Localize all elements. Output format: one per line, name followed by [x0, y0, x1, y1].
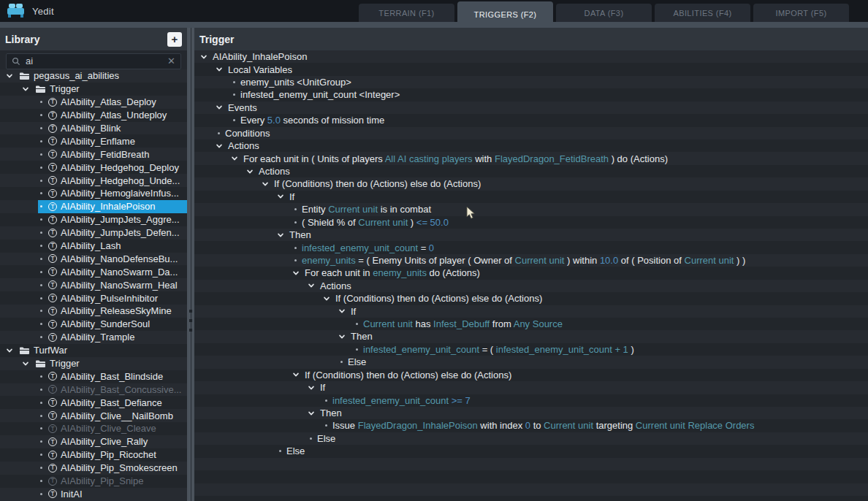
chevron-down-icon[interactable] [216, 66, 225, 73]
library-tree-row[interactable]: TAIAbility_JumpJets_Defen... [0, 226, 187, 240]
chevron-down-icon[interactable] [6, 72, 15, 80]
chevron-down-icon[interactable] [246, 168, 256, 175]
bullet-icon [216, 132, 222, 134]
library-tree-row[interactable]: TAIAbility_Pip_Ricochet [0, 448, 187, 462]
trigger-tree-row[interactable]: enemy_units = ( Enemy Units of player ( … [194, 254, 868, 267]
trigger-tree-row[interactable]: If [194, 381, 868, 394]
trigger-tree-row[interactable]: Then [194, 407, 868, 419]
trigger-tree-row[interactable]: Then [194, 229, 868, 241]
trigger-tree-row[interactable]: Entity Current unit is in combat [194, 203, 868, 215]
chevron-down-icon[interactable] [308, 282, 317, 289]
library-tree-row[interactable]: TAIAbility_Atlas_Undeploy [0, 109, 187, 122]
trigger-tree-row[interactable]: infested_enemy_unit_count = 0 [194, 241, 868, 253]
chevron-down-icon[interactable] [216, 104, 225, 111]
library-tree-row[interactable]: TAIAbility_FetidBreath [0, 148, 187, 161]
tab-data[interactable]: DATA (F3) [556, 4, 652, 22]
trigger-tree-row[interactable]: Conditions [194, 127, 868, 139]
add-library-button[interactable]: + [167, 32, 182, 47]
library-tree-row[interactable]: TAIAbility_NanoSwarm_Heal [0, 278, 187, 291]
library-tree-row[interactable]: TAIAbility_Clive__NailBomb [0, 409, 187, 422]
library-tree-row[interactable]: TAIAbility_Lash [0, 240, 187, 253]
library-tree-row[interactable]: TAIAbility_Blink [0, 122, 187, 135]
chevron-down-icon[interactable] [292, 269, 302, 277]
chevron-down-icon[interactable] [262, 180, 271, 188]
trigger-tree-row[interactable]: Then [194, 330, 868, 343]
trigger-tree-row[interactable]: For each unit in enemy_units do (Actions… [194, 267, 868, 279]
bullet-icon [308, 437, 314, 440]
trigger-tree-row[interactable]: Else [194, 445, 868, 457]
trigger-tree-row[interactable]: If (Conditions) then do (Actions) else d… [194, 292, 868, 305]
tab-terrain[interactable]: TERRAIN (F1) [359, 4, 454, 22]
chevron-down-icon[interactable] [200, 53, 210, 61]
trigger-tree-row[interactable]: Current unit has Infest_Debuff from Any … [194, 318, 868, 330]
library-tree-row[interactable]: pegasus_ai_abilities [0, 69, 187, 83]
library-tree-row[interactable]: TAIAbility_PulseInhibitor [0, 291, 187, 305]
clear-search-icon[interactable]: ✕ [167, 56, 175, 66]
trigger-tree-row[interactable]: infested_enemy_unit_count = ( infested_e… [194, 343, 868, 356]
library-tree-row[interactable]: TAIAbility_Hedgehog_Unde... [0, 174, 187, 187]
tab-import[interactable]: IMPORT (F5) [753, 4, 849, 22]
chevron-down-icon[interactable] [277, 232, 286, 239]
tab-triggers[interactable]: TRIGGERS (F2) [457, 1, 553, 28]
trigger-tree-row[interactable]: enemy_units <UnitGroup> [194, 76, 868, 88]
indent-spacer [6, 363, 22, 364]
chevron-down-icon[interactable] [338, 307, 348, 315]
library-tree-row[interactable]: TAIAbility_Enflame [0, 134, 187, 148]
trigger-tree-row[interactable]: Events [194, 102, 868, 114]
tab-abilities[interactable]: ABILITIES (F4) [655, 4, 750, 22]
chevron-down-icon[interactable] [6, 347, 15, 354]
library-tree-row[interactable]: TAIAbility_NanoSwarm_Da... [0, 265, 187, 278]
library-tree-row[interactable]: TAIAbility_Clive_Cleave [0, 422, 187, 435]
chevron-down-icon[interactable] [292, 371, 302, 378]
chevron-down-icon[interactable] [308, 384, 317, 391]
chevron-down-icon[interactable] [323, 295, 332, 302]
library-tree-row[interactable]: TAIAbility_NanoDefenseBu... [0, 252, 187, 265]
library-tree-row[interactable]: TAIAbility_Hedgehog_Deploy [0, 161, 187, 174]
library-tree-row[interactable]: TInitAI [0, 488, 187, 501]
library-tree-row[interactable]: Trigger [0, 83, 187, 96]
library-tree-row[interactable]: TAIAbility_Bast_Concussive... [0, 383, 187, 396]
chevron-down-icon[interactable] [277, 193, 286, 200]
trigger-tree-row[interactable]: For each unit in ( Units of players All … [194, 152, 868, 164]
trigger-tree-row[interactable]: Else [194, 356, 868, 368]
trigger-tree-row[interactable]: infested_enemy_unit_count >= 7 [194, 394, 868, 406]
trigger-tree-row[interactable]: Issue FlayedDragon_InhalePoison with ind… [194, 419, 868, 432]
library-tree-row[interactable]: TAIAbility_Trample [0, 331, 187, 344]
chevron-down-icon[interactable] [22, 360, 31, 367]
panel-splitter[interactable] [187, 28, 194, 501]
trigger-tree-row[interactable]: If (Conditions) then do (Actions) else d… [194, 177, 868, 190]
trigger-tree-row[interactable]: Actions [194, 280, 868, 292]
folder-icon [35, 359, 46, 368]
trigger-tree-row[interactable]: Else [194, 432, 868, 445]
library-tree-row[interactable]: TAIAbility_Clive_Rally [0, 435, 187, 448]
library-tree-row[interactable]: TAIAbility_Bast_Defiance [0, 396, 187, 409]
library-tree-row[interactable]: Trigger [0, 357, 187, 370]
trigger-tree-row[interactable]: ( Shield % of Current unit ) <= 50.0 [194, 215, 868, 228]
library-tree-row[interactable]: TurfWar [0, 344, 187, 357]
trigger-tree-row[interactable]: infested_enemy_unit_count <Integer> [194, 88, 868, 101]
trigger-tree-row[interactable]: If [194, 191, 868, 203]
library-tree-row[interactable]: TAIAbility_Bast_Blindside [0, 370, 187, 383]
library-tree-row[interactable]: TAIAbility_Atlas_Deploy [0, 96, 187, 109]
library-tree-row[interactable]: TAIAbility_InhalePoison [0, 200, 187, 213]
trigger-tree-row[interactable]: If (Conditions) then do (Actions) else d… [194, 369, 868, 381]
library-tree-row[interactable]: TAIAbility_Pip_Smokescreen [0, 462, 187, 475]
library-tree-row[interactable]: TAIAbility_JumpJets_Aggre... [0, 213, 187, 226]
library-tree-row[interactable]: TAIAbility_ReleaseSkyMine [0, 305, 187, 318]
chevron-down-icon[interactable] [216, 142, 225, 150]
trigger-tree-row[interactable]: AIAbility_InhalePoison [194, 50, 868, 63]
trigger-tree-row[interactable]: Actions [194, 165, 868, 177]
library-tree-row[interactable]: TAIAbility_HemoglaiveInfus... [0, 187, 187, 200]
trigger-tree-row[interactable]: Actions [194, 139, 868, 152]
library-search-input[interactable] [26, 56, 162, 66]
trigger-tree-row[interactable]: If [194, 305, 868, 317]
trigger-tree-row[interactable]: Every 5.0 seconds of mission time [194, 114, 868, 126]
chevron-down-icon[interactable] [308, 410, 317, 417]
chevron-down-icon[interactable] [338, 333, 348, 340]
trigger-tree-row[interactable]: Local Variables [194, 63, 868, 75]
library-tree-row[interactable]: TAIAbility_Pip_Snipe [0, 475, 187, 488]
library-search-box[interactable]: ✕ [6, 53, 181, 69]
chevron-down-icon[interactable] [231, 155, 240, 162]
library-tree-row[interactable]: TAIAbility_SunderSoul [0, 318, 187, 331]
chevron-down-icon[interactable] [22, 85, 31, 93]
